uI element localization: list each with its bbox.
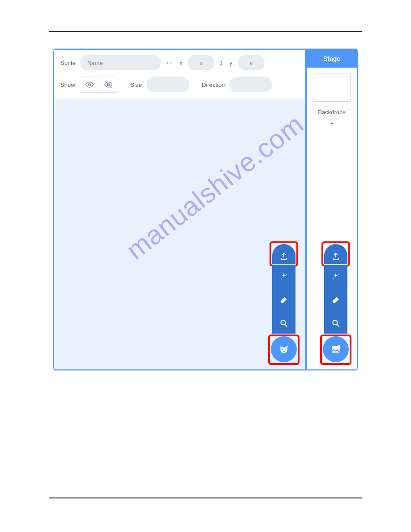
eye-icon bbox=[85, 80, 94, 89]
stage-thumbnail[interactable] bbox=[313, 73, 351, 102]
svg-point-0 bbox=[88, 84, 90, 86]
svg-point-9 bbox=[287, 346, 288, 347]
backdrops-count: 1 bbox=[330, 118, 333, 125]
sprite-upload-button[interactable] bbox=[272, 249, 295, 264]
svg-point-15 bbox=[334, 348, 335, 349]
sprite-x-input[interactable]: x bbox=[188, 55, 214, 70]
sprite-name-input[interactable]: Name bbox=[80, 55, 161, 70]
svg-point-7 bbox=[282, 349, 283, 350]
backdrop-menu-mid bbox=[324, 265, 347, 334]
svg-point-5 bbox=[281, 320, 285, 325]
highlight-backdrop-choose bbox=[320, 335, 351, 365]
sprite-info-header: Sprite Name ↔ x x ↕ y y Show bbox=[54, 50, 305, 99]
sprite-surprise-button[interactable] bbox=[272, 269, 295, 284]
show-label: Show bbox=[60, 82, 75, 88]
paintbrush-icon bbox=[331, 296, 340, 305]
upload-icon bbox=[331, 252, 340, 261]
backdrop-surprise-button[interactable] bbox=[324, 269, 347, 284]
stage-title: Stage bbox=[307, 50, 357, 68]
sprite-label: Sprite bbox=[60, 60, 76, 66]
y-axis-icon: ↕ bbox=[219, 58, 223, 68]
visibility-toggle bbox=[80, 77, 118, 93]
svg-point-4 bbox=[281, 279, 282, 279]
sprite-row-2: Show Size Direction bbox=[60, 77, 299, 93]
eye-off-icon bbox=[104, 80, 113, 89]
svg-point-16 bbox=[338, 346, 340, 347]
x-label: x bbox=[180, 60, 183, 66]
sprite-name-placeholder: Name bbox=[87, 60, 103, 66]
image-icon bbox=[330, 343, 342, 355]
sprite-choose-button[interactable] bbox=[271, 336, 297, 362]
backdrop-paint-button[interactable] bbox=[324, 292, 347, 308]
hide-button[interactable] bbox=[99, 77, 118, 92]
backdrop-choose-button[interactable] bbox=[323, 336, 349, 362]
page-bottom-rule bbox=[49, 498, 362, 498]
search-icon bbox=[331, 319, 340, 328]
svg-line-13 bbox=[337, 325, 339, 327]
sprite-menu-top bbox=[272, 244, 295, 264]
sprite-paint-button[interactable] bbox=[272, 292, 295, 308]
svg-line-6 bbox=[285, 325, 287, 327]
sparkle-icon bbox=[331, 272, 340, 281]
sprite-y-input[interactable]: y bbox=[238, 55, 265, 70]
y-label: y bbox=[229, 60, 232, 66]
svg-point-10 bbox=[338, 274, 339, 275]
sprite-add-menu bbox=[268, 241, 300, 365]
svg-point-11 bbox=[333, 279, 334, 279]
svg-point-12 bbox=[333, 320, 337, 325]
sprite-menu-mid bbox=[272, 265, 295, 334]
show-button[interactable] bbox=[80, 77, 99, 92]
search-icon bbox=[279, 319, 288, 328]
backdrops-label: Backdrops bbox=[318, 109, 345, 116]
x-axis-icon: ↔ bbox=[165, 58, 173, 68]
highlight-backdrop-upload bbox=[321, 241, 350, 266]
sprite-direction-input[interactable] bbox=[229, 77, 272, 92]
sprite-panel: Sprite Name ↔ x x ↕ y y Show bbox=[53, 49, 306, 370]
stage-panel: Stage Backdrops 1 bbox=[306, 49, 358, 370]
size-label: Size bbox=[131, 82, 142, 88]
cat-icon bbox=[278, 343, 290, 355]
paintbrush-icon bbox=[279, 296, 288, 305]
highlight-sprite-upload bbox=[270, 241, 298, 266]
sprite-row-1: Sprite Name ↔ x x ↕ y y bbox=[60, 55, 299, 70]
backdrop-add-menu bbox=[320, 241, 351, 365]
backdrop-upload-button[interactable] bbox=[324, 249, 347, 264]
direction-label: Direction bbox=[202, 82, 225, 88]
sprite-list-area bbox=[54, 99, 305, 369]
svg-point-3 bbox=[286, 274, 287, 275]
upload-icon bbox=[279, 252, 288, 261]
page-top-rule bbox=[49, 31, 362, 32]
svg-point-8 bbox=[285, 349, 286, 350]
sprite-search-button[interactable] bbox=[272, 316, 295, 331]
highlight-sprite-choose bbox=[268, 335, 300, 365]
sprite-size-input[interactable] bbox=[146, 77, 189, 92]
scratch-sprite-stage-area: Sprite Name ↔ x x ↕ y y Show bbox=[53, 48, 358, 371]
sprite-x-placeholder: x bbox=[200, 60, 203, 66]
sprite-y-placeholder: y bbox=[250, 60, 253, 66]
sparkle-icon bbox=[279, 272, 288, 281]
backdrop-menu-top bbox=[324, 244, 347, 264]
backdrop-search-button[interactable] bbox=[324, 316, 347, 331]
